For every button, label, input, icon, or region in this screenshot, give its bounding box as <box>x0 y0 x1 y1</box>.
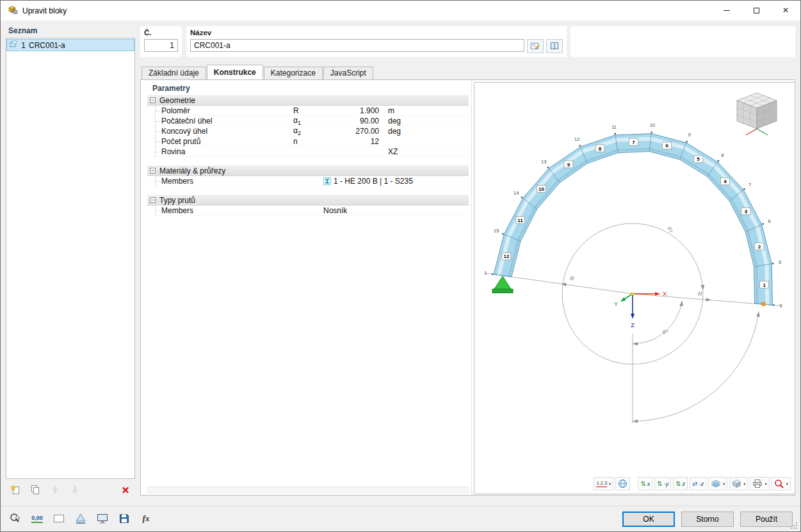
blocks-list[interactable]: 1 CRC001-a <box>6 38 135 479</box>
viewport-toolbar: 1.2.3 ▾ ⇅x ⇅-y ⇅z ⇄-z ▾ <box>594 477 791 490</box>
svg-text:12: 12 <box>503 254 509 259</box>
svg-text:15: 15 <box>494 228 499 234</box>
param-symbol: R <box>293 106 321 115</box>
minimize-button[interactable] <box>712 1 741 20</box>
collapse-icon[interactable]: − <box>150 97 156 103</box>
zoom-button[interactable]: ▾ <box>772 477 791 490</box>
numbering-button[interactable]: 1.2.3 ▾ <box>594 477 613 490</box>
group-label: Materiály & průřezy <box>159 166 225 175</box>
param-name: Rovina <box>147 147 293 156</box>
param-value[interactable]: 12 <box>321 137 383 146</box>
collapse-icon[interactable]: − <box>150 197 156 203</box>
block-icon <box>10 40 17 50</box>
param-group-header[interactable]: −Typy prutů <box>147 195 469 206</box>
number-field[interactable]: 1 <box>144 39 178 52</box>
status-toolbar: 0,00 fx <box>7 510 154 527</box>
apply-button[interactable]: Použít <box>740 512 793 527</box>
section-icon <box>323 177 331 185</box>
svg-text:6: 6 <box>666 143 669 149</box>
zoom-select-button[interactable] <box>7 510 24 527</box>
rename-button[interactable] <box>527 39 544 53</box>
viewport[interactable]: RRα2α11151413121110987653121110987654321… <box>474 82 795 494</box>
param-symbol: α2 <box>293 126 321 136</box>
work-plane-button[interactable] <box>72 510 89 527</box>
delete-icon: ✕ <box>122 485 130 495</box>
library-button[interactable] <box>546 39 563 53</box>
param-value[interactable]: 1.900 <box>321 106 383 115</box>
svg-text:10: 10 <box>538 186 544 192</box>
visual-style-button[interactable]: ▾ <box>708 477 727 490</box>
background-color-button[interactable] <box>51 510 67 527</box>
parameters-title: Parametry <box>147 82 469 94</box>
tab-zakladni-udaje[interactable]: Základní údaje <box>142 67 206 79</box>
close-button[interactable]: ✕ <box>771 1 800 20</box>
param-value[interactable]: 90.00 <box>321 117 383 125</box>
navigation-cube[interactable] <box>734 90 779 138</box>
mirror-y-button[interactable]: ⇅-y <box>654 477 671 490</box>
panel-splitter[interactable] <box>471 80 472 495</box>
numbering-icon: 1.2.3 <box>596 480 607 487</box>
parameters-scrollbar[interactable] <box>147 487 469 493</box>
arrow-down-icon <box>70 485 80 495</box>
param-value[interactable]: XZ <box>383 147 469 156</box>
svg-text:α2: α2 <box>667 225 676 234</box>
param-unit: deg <box>383 117 469 125</box>
param-row: PoloměrR1.900m <box>147 106 469 116</box>
ok-button[interactable]: OK <box>622 512 675 527</box>
move-down-button[interactable] <box>67 482 83 497</box>
tab-javascript[interactable]: JavaScript <box>323 67 373 79</box>
svg-text:14: 14 <box>514 190 519 196</box>
end-node-marker <box>762 303 765 306</box>
display-properties-button[interactable] <box>615 477 630 490</box>
print-graphic-button[interactable]: ▾ <box>750 477 769 490</box>
save-settings-button[interactable] <box>116 510 133 527</box>
svg-text:10: 10 <box>650 122 655 128</box>
maximize-button[interactable] <box>741 1 771 20</box>
param-value[interactable]: 270.00 <box>321 127 383 136</box>
work-plane-icon <box>74 512 87 525</box>
number-card: Č. 1 <box>140 26 182 57</box>
move-up-button[interactable] <box>47 482 63 497</box>
tab-konstrukce[interactable]: Konstrukce <box>207 65 263 79</box>
param-value[interactable]: Nosník <box>321 206 469 215</box>
header-row: Č. 1 Název CRC001-a <box>140 26 795 57</box>
copy-block-button[interactable] <box>27 482 44 497</box>
resize-grip[interactable] <box>790 521 798 529</box>
display-settings-button[interactable] <box>94 510 111 527</box>
main-area: Č. 1 Název CRC001-a <box>140 26 795 496</box>
svg-text:5: 5 <box>697 156 700 162</box>
param-group-header[interactable]: −Materiály & průřezy <box>147 165 469 176</box>
svg-text:9: 9 <box>688 132 690 138</box>
tab-kategorizace[interactable]: Kategorizace <box>264 67 323 79</box>
copy-icon <box>30 485 40 495</box>
param-name: Poloměr <box>147 106 293 115</box>
statusbar: 0,00 fx OK Storno Použít <box>1 506 800 531</box>
name-field[interactable]: CRC001-a <box>190 39 524 52</box>
mirror-x-button[interactable]: ⇅x <box>638 477 652 490</box>
param-row: Počáteční úhelα190.00deg <box>147 116 469 126</box>
param-name: Members <box>147 177 293 186</box>
new-block-button[interactable] <box>7 482 24 497</box>
param-value[interactable]: 1 - HE 200 B | 1 - S235 <box>321 177 469 186</box>
svg-text:4: 4 <box>724 179 727 184</box>
delete-block-button[interactable]: ✕ <box>117 482 134 497</box>
param-group-header[interactable]: −Geometrie <box>147 95 469 106</box>
caret-icon: ▾ <box>609 481 611 487</box>
formula-button[interactable]: fx <box>138 510 154 527</box>
cancel-button[interactable]: Storno <box>681 512 734 527</box>
titlebar[interactable]: Upravit bloky ✕ <box>1 1 800 20</box>
caret-icon: ▾ <box>786 481 788 487</box>
mirror-z-button[interactable]: ⇅z <box>673 477 688 490</box>
collapse-icon[interactable]: − <box>150 168 156 173</box>
viewport-canvas[interactable]: RRα2α11151413121110987653121110987654321… <box>474 83 795 494</box>
maximize-icon <box>754 8 759 13</box>
view-cube-button[interactable]: ▾ <box>729 477 748 490</box>
svg-text:11: 11 <box>611 124 617 130</box>
mirror-neg-z-button[interactable]: ⇄-z <box>690 477 706 490</box>
zoom-magnifier-icon <box>774 479 784 489</box>
decimal-places-button[interactable]: 0,00 <box>29 510 45 527</box>
list-item-block[interactable]: 1 CRC001-a <box>6 39 134 51</box>
globe-icon <box>618 479 627 488</box>
svg-text:Y: Y <box>614 301 618 307</box>
list-item-name: CRC001-a <box>29 41 65 50</box>
